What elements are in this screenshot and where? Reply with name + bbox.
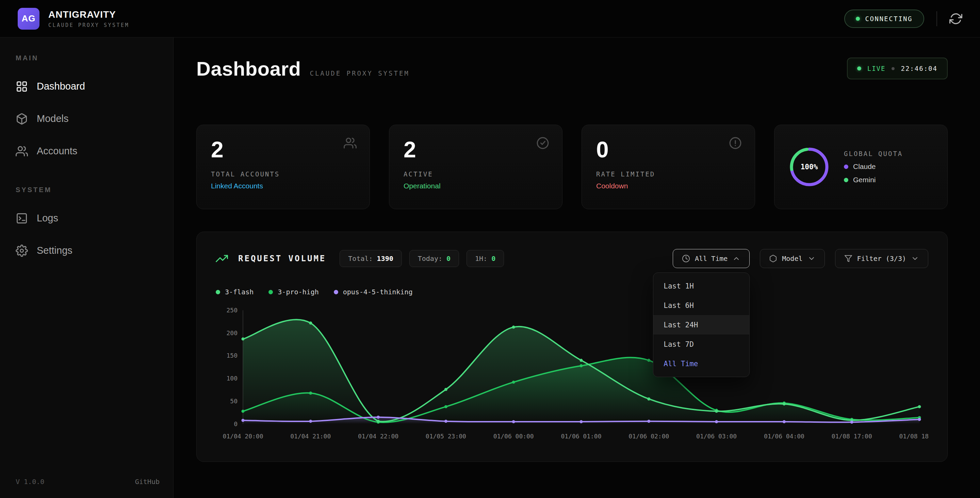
filter-button[interactable]: Filter (3/3) [835, 249, 929, 268]
dropdown-item-last-7d[interactable]: Last 7D [653, 335, 749, 354]
model-button-label: Model [782, 254, 802, 263]
quota-label: GLOBAL QUOTA [844, 150, 903, 157]
sidebar-item-dashboard[interactable]: Dashboard [0, 70, 173, 102]
svg-text:100: 100 [226, 375, 237, 382]
svg-text:01/04 22:00: 01/04 22:00 [358, 433, 398, 440]
legend-item-3-pro-high: 3-pro-high [269, 288, 318, 296]
svg-text:01/06 01:00: 01/06 01:00 [561, 433, 601, 440]
sidebar-item-logs[interactable]: Logs [0, 202, 173, 235]
svg-text:250: 250 [226, 306, 237, 314]
quota-percent: 100% [789, 147, 830, 187]
sidebar-footer: V 1.0.0 GitHub [16, 477, 159, 486]
svg-text:01/05 23:00: 01/05 23:00 [426, 433, 466, 440]
provider-gemini: Gemini [844, 176, 903, 184]
page-subtitle: CLAUDE PROXY SYSTEM [310, 70, 409, 77]
today-requests-pill: Today: 0 [409, 250, 459, 267]
cube-icon [769, 254, 777, 263]
page-header: Dashboard CLAUDE PROXY SYSTEM LIVE 22:46… [196, 55, 948, 82]
provider-name: Gemini [853, 176, 876, 184]
svg-text:01/06 00:00: 01/06 00:00 [493, 433, 534, 440]
live-dot-icon [857, 66, 861, 70]
page-title: Dashboard [196, 57, 301, 80]
quota-ring: 100% [789, 147, 830, 187]
sidebar: MAIN Dashboard Models Accounts SYSTEM [0, 37, 173, 498]
status-dot-icon [856, 17, 860, 21]
stat-label: TOTAL ACCOUNTS [211, 170, 355, 178]
svg-text:01/06 02:00: 01/06 02:00 [628, 433, 669, 440]
alert-circle-icon [729, 137, 742, 150]
live-label: LIVE [867, 65, 886, 72]
chevron-down-icon [911, 254, 919, 263]
clock-icon [682, 254, 690, 263]
sidebar-item-label: Accounts [37, 145, 77, 157]
stat-card-total-accounts: 2 TOTAL ACCOUNTS Linked Accounts [196, 124, 370, 209]
github-link[interactable]: GitHub [135, 477, 159, 486]
sidebar-item-settings[interactable]: Settings [0, 235, 173, 267]
stat-value: 0 [596, 138, 740, 161]
sidebar-section-main: MAIN [0, 54, 173, 62]
time-range-dropdown: Last 1H Last 6H Last 24H Last 7D All Tim… [653, 273, 749, 377]
chart-title: REQUEST VOLUME [238, 254, 326, 263]
dropdown-item-all-time[interactable]: All Time [653, 354, 749, 374]
claude-dot-icon [844, 164, 848, 169]
request-volume-card: REQUEST VOLUME Total: 1390 Today: 0 [196, 231, 948, 462]
svg-text:0: 0 [234, 420, 237, 428]
sidebar-item-accounts[interactable]: Accounts [0, 135, 173, 167]
chart-legend: 3-flash 3-pro-high opus-4-5-thinking [216, 287, 928, 297]
stat-value: 2 [404, 138, 548, 161]
legend-label: 3-pro-high [278, 288, 318, 296]
stat-card-active: 2 ACTIVE Operational [389, 124, 563, 209]
grid-icon [16, 80, 28, 93]
time-range-label: All Time [695, 254, 727, 263]
total-value: 1390 [377, 254, 393, 263]
provider-name: Claude [853, 163, 876, 171]
svg-text:01/04 20:00: 01/04 20:00 [223, 433, 263, 440]
series-dot-icon [216, 290, 220, 294]
refresh-icon[interactable] [950, 12, 962, 25]
svg-text:01/04 21:00: 01/04 21:00 [290, 433, 331, 440]
svg-text:50: 50 [230, 397, 237, 405]
sidebar-item-label: Models [37, 113, 69, 124]
topbar-right: CONNECTING [844, 10, 962, 28]
sidebar-item-label: Dashboard [37, 81, 85, 92]
filter-button-label: Filter (3/3) [857, 254, 907, 263]
svg-text:01/06 04:00: 01/06 04:00 [764, 433, 804, 440]
stat-sub: Linked Accounts [211, 182, 355, 190]
legend-label: 3-flash [225, 288, 253, 296]
total-requests-pill: Total: 1390 [340, 250, 401, 267]
legend-item-opus: opus-4-5-thinking [334, 288, 413, 296]
app-title: ANTIGRAVITY [48, 9, 129, 20]
legend-item-3-flash: 3-flash [216, 288, 253, 296]
global-quota-card: 100% GLOBAL QUOTA Claude Gemini [774, 124, 948, 209]
sidebar-section-system: SYSTEM [0, 186, 173, 194]
svg-text:01/08 18:00: 01/08 18:00 [899, 433, 928, 440]
sidebar-item-label: Settings [37, 245, 73, 256]
app-subtitle: CLAUDE PROXY SYSTEM [48, 22, 129, 28]
main-content: Dashboard CLAUDE PROXY SYSTEM LIVE 22:46… [173, 37, 980, 498]
terminal-icon [16, 212, 28, 225]
chevron-down-icon [808, 254, 816, 263]
cube-icon [16, 113, 28, 125]
dropdown-item-last-24h[interactable]: Last 24H [653, 315, 749, 335]
stat-sub: Cooldown [596, 182, 740, 190]
model-button[interactable]: Model [760, 249, 824, 268]
stat-value: 2 [211, 138, 355, 161]
gemini-dot-icon [844, 178, 848, 182]
stat-card-rate-limited: 0 RATE LIMITED Cooldown [582, 124, 755, 209]
hour-requests-pill: 1H: 0 [466, 250, 504, 267]
version-label: V 1.0.0 [16, 477, 44, 486]
app-logo: AG [18, 8, 40, 30]
chevron-up-icon [732, 254, 740, 263]
connection-status-badge: CONNECTING [844, 10, 924, 28]
check-circle-icon [536, 137, 549, 150]
time-range-button[interactable]: All Time [673, 249, 749, 268]
series-dot-icon [269, 290, 273, 294]
dropdown-item-last-6h[interactable]: Last 6H [653, 296, 749, 315]
sidebar-item-models[interactable]: Models [0, 102, 173, 135]
sidebar-item-label: Logs [37, 212, 58, 224]
chart-header: REQUEST VOLUME Total: 1390 Today: 0 [216, 249, 928, 268]
dropdown-item-last-1h[interactable]: Last 1H [653, 276, 749, 296]
gear-icon [16, 244, 28, 257]
separator-dot-icon [891, 67, 894, 70]
live-status-badge: LIVE 22:46:04 [847, 57, 948, 79]
